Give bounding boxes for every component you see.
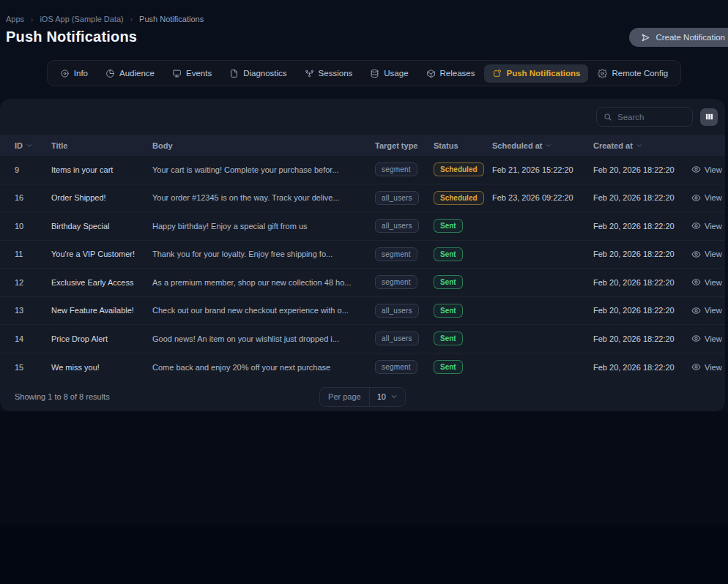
create-notification-button[interactable]: Create Notification xyxy=(629,28,728,47)
table-row[interactable]: 11 You're a VIP Customer! Thank you for … xyxy=(0,241,725,269)
tab-events[interactable]: Events xyxy=(164,64,220,83)
notification-icon xyxy=(492,69,502,78)
columns-toggle-button[interactable] xyxy=(700,108,718,126)
cell-body: Your order #12345 is on the way. Track y… xyxy=(152,193,375,202)
column-header-created-at[interactable]: Created at xyxy=(593,141,691,150)
view-button[interactable]: View xyxy=(691,250,722,259)
table-row[interactable]: 9 Items in your cart Your cart is waitin… xyxy=(0,156,725,184)
view-button[interactable]: View xyxy=(691,193,722,203)
tab-push-notifications[interactable]: Push Notifications xyxy=(484,64,588,83)
chevron-down-icon xyxy=(390,393,398,400)
tab-diagnostics[interactable]: Diagnostics xyxy=(221,64,294,83)
cell-title: Birthday Special xyxy=(51,222,152,231)
per-page-label: Per page xyxy=(320,388,370,406)
top-header: Apps › iOS App (Sample Data) › Push Noti… xyxy=(0,0,728,45)
breadcrumb-apps[interactable]: Apps xyxy=(6,15,24,23)
package-icon xyxy=(426,69,436,78)
monitor-icon xyxy=(172,69,182,78)
status-badge: Sent xyxy=(434,219,463,233)
tab-releases[interactable]: Releases xyxy=(418,64,483,83)
eye-icon xyxy=(691,165,701,174)
column-header-status: Status xyxy=(434,141,492,150)
send-icon xyxy=(641,33,650,42)
column-header-scheduled-at[interactable]: Scheduled at xyxy=(492,141,593,150)
cell-id: 16 xyxy=(15,193,51,202)
column-header-title: Title xyxy=(51,141,152,150)
pagination-bar: Showing 1 to 8 of 8 results Per page 10 xyxy=(0,381,725,412)
columns-icon xyxy=(705,112,714,121)
chevron-right-icon: › xyxy=(31,15,33,23)
table-row[interactable]: 14 Price Drop Alert Good news! An item o… xyxy=(0,325,725,353)
cell-created-at: Feb 20, 2026 18:22:20 xyxy=(593,222,691,231)
cell-created-at: Feb 20, 2026 18:22:20 xyxy=(593,334,691,343)
view-button[interactable]: View xyxy=(691,221,722,231)
view-button[interactable]: View xyxy=(691,334,722,343)
cell-created-at: Feb 20, 2026 18:22:20 xyxy=(593,306,691,315)
search-input[interactable] xyxy=(617,113,686,121)
tab-audience[interactable]: Audience xyxy=(97,64,163,83)
table-row[interactable]: 15 We miss you! Come back and enjoy 20% … xyxy=(0,353,725,382)
cell-body: Thank you for your loyalty. Enjoy free s… xyxy=(152,250,375,258)
tab-bar: Info Audience Events Diagnostics Session… xyxy=(47,60,681,86)
eye-icon xyxy=(691,250,701,259)
status-badge: Sent xyxy=(434,247,463,261)
cell-scheduled-at: Feb 21, 2026 15:22:20 xyxy=(492,165,593,174)
per-page-select[interactable]: 10 xyxy=(370,388,405,406)
target-type-badge: all_users xyxy=(375,219,419,233)
cell-body: Come back and enjoy 20% off your next pu… xyxy=(152,363,375,372)
view-button[interactable]: View xyxy=(691,306,722,315)
database-icon xyxy=(370,69,379,78)
tab-sessions[interactable]: Sessions xyxy=(297,64,361,83)
cell-body: Your cart is waiting! Complete your purc… xyxy=(152,165,375,174)
results-summary: Showing 1 to 8 of 8 results xyxy=(15,392,110,401)
tab-remote-config[interactable]: Remote Config xyxy=(590,64,676,83)
cell-title: Items in your cart xyxy=(51,165,152,174)
chevron-down-icon xyxy=(545,142,552,149)
cell-scheduled-at: Feb 23, 2026 09:22:20 xyxy=(492,193,593,202)
table-body: 9 Items in your cart Your cart is waitin… xyxy=(0,156,725,381)
cell-id: 12 xyxy=(15,278,51,287)
cell-title: New Feature Available! xyxy=(51,306,152,315)
view-button[interactable]: View xyxy=(691,165,722,174)
page-background-band xyxy=(0,411,728,525)
cell-body: As a premium member, shop our new collec… xyxy=(152,278,375,287)
tab-info[interactable]: Info xyxy=(52,64,96,83)
breadcrumb-app[interactable]: iOS App (Sample Data) xyxy=(40,15,123,23)
page-footer-band xyxy=(0,525,728,584)
column-header-body: Body xyxy=(152,141,375,150)
cell-created-at: Feb 20, 2026 18:22:20 xyxy=(593,250,691,258)
table-row[interactable]: 16 Order Shipped! Your order #12345 is o… xyxy=(0,184,725,213)
cell-created-at: Feb 20, 2026 18:22:20 xyxy=(593,363,691,372)
network-icon xyxy=(305,69,314,78)
cell-title: Price Drop Alert xyxy=(51,334,152,343)
target-type-badge: all_users xyxy=(375,191,419,205)
pie-chart-icon xyxy=(105,69,115,78)
column-header-id[interactable]: ID xyxy=(15,141,51,150)
search-icon xyxy=(603,113,612,121)
target-type-badge: all_users xyxy=(375,332,419,345)
table-toolbar xyxy=(0,99,725,135)
cell-created-at: Feb 20, 2026 18:22:20 xyxy=(593,278,691,287)
push-notifications-card: ID Title Body Target type Status Schedul… xyxy=(0,99,725,411)
table-row[interactable]: 13 New Feature Available! Check out our … xyxy=(0,297,725,326)
cell-title: Order Shipped! xyxy=(51,193,152,202)
view-button[interactable]: View xyxy=(691,277,722,287)
cell-title: We miss you! xyxy=(51,363,152,372)
target-type-badge: segment xyxy=(375,247,417,261)
tab-usage[interactable]: Usage xyxy=(362,64,416,83)
cell-id: 14 xyxy=(15,334,51,343)
per-page-control: Per page 10 xyxy=(319,387,406,407)
disc-icon xyxy=(60,69,70,78)
document-icon xyxy=(229,69,239,78)
target-type-badge: all_users xyxy=(375,304,419,318)
eye-icon xyxy=(691,221,701,231)
cell-body: Check out our brand new checkout experie… xyxy=(152,306,375,315)
view-button[interactable]: View xyxy=(691,362,722,372)
table-row[interactable]: 10 Birthday Special Happy birthday! Enjo… xyxy=(0,212,725,241)
cell-id: 9 xyxy=(15,165,51,174)
table-row[interactable]: 12 Exclusive Early Access As a premium m… xyxy=(0,269,725,297)
chevron-down-icon xyxy=(636,142,643,149)
cell-body: Happy birthday! Enjoy a special gift fro… xyxy=(152,222,375,231)
cell-created-at: Feb 20, 2026 18:22:20 xyxy=(593,165,691,174)
eye-icon xyxy=(691,362,701,372)
